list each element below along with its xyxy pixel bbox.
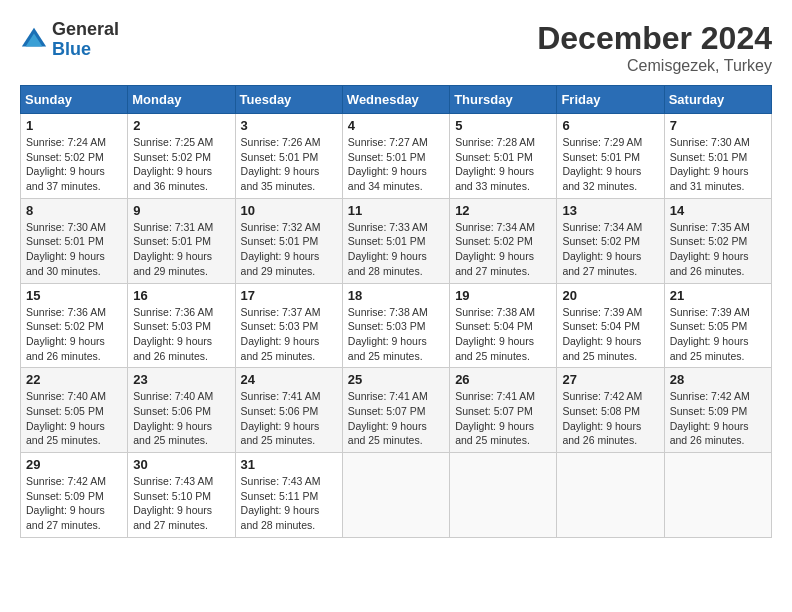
daylight-label: Daylight: 9 hours and 36 minutes. xyxy=(133,165,212,192)
weekday-tuesday: Tuesday xyxy=(235,86,342,114)
sunset-label: Sunset: 5:05 PM xyxy=(670,320,748,332)
sunset-label: Sunset: 5:01 PM xyxy=(670,151,748,163)
sunrise-label: Sunrise: 7:31 AM xyxy=(133,221,213,233)
sunrise-label: Sunrise: 7:42 AM xyxy=(670,390,750,402)
daylight-label: Daylight: 9 hours and 25 minutes. xyxy=(348,420,427,447)
day-number: 5 xyxy=(455,118,551,133)
calendar-cell: 14 Sunrise: 7:35 AM Sunset: 5:02 PM Dayl… xyxy=(664,198,771,283)
sunset-label: Sunset: 5:05 PM xyxy=(26,405,104,417)
calendar-cell: 16 Sunrise: 7:36 AM Sunset: 5:03 PM Dayl… xyxy=(128,283,235,368)
calendar-cell: 23 Sunrise: 7:40 AM Sunset: 5:06 PM Dayl… xyxy=(128,368,235,453)
day-number: 31 xyxy=(241,457,337,472)
calendar-cell: 21 Sunrise: 7:39 AM Sunset: 5:05 PM Dayl… xyxy=(664,283,771,368)
day-info: Sunrise: 7:31 AM Sunset: 5:01 PM Dayligh… xyxy=(133,220,229,279)
title-block: December 2024 Cemisgezek, Turkey xyxy=(537,20,772,75)
sunrise-label: Sunrise: 7:38 AM xyxy=(348,306,428,318)
sunrise-label: Sunrise: 7:27 AM xyxy=(348,136,428,148)
calendar-cell: 12 Sunrise: 7:34 AM Sunset: 5:02 PM Dayl… xyxy=(450,198,557,283)
sunrise-label: Sunrise: 7:43 AM xyxy=(241,475,321,487)
day-info: Sunrise: 7:29 AM Sunset: 5:01 PM Dayligh… xyxy=(562,135,658,194)
day-number: 20 xyxy=(562,288,658,303)
day-number: 17 xyxy=(241,288,337,303)
sunset-label: Sunset: 5:04 PM xyxy=(562,320,640,332)
sunrise-label: Sunrise: 7:38 AM xyxy=(455,306,535,318)
sunset-label: Sunset: 5:06 PM xyxy=(133,405,211,417)
calendar-cell: 20 Sunrise: 7:39 AM Sunset: 5:04 PM Dayl… xyxy=(557,283,664,368)
day-number: 3 xyxy=(241,118,337,133)
day-info: Sunrise: 7:39 AM Sunset: 5:05 PM Dayligh… xyxy=(670,305,766,364)
calendar-cell: 31 Sunrise: 7:43 AM Sunset: 5:11 PM Dayl… xyxy=(235,453,342,538)
day-number: 4 xyxy=(348,118,444,133)
day-number: 13 xyxy=(562,203,658,218)
daylight-label: Daylight: 9 hours and 26 minutes. xyxy=(670,420,749,447)
day-info: Sunrise: 7:35 AM Sunset: 5:02 PM Dayligh… xyxy=(670,220,766,279)
page-header: General Blue December 2024 Cemisgezek, T… xyxy=(20,20,772,75)
logo: General Blue xyxy=(20,20,119,60)
sunrise-label: Sunrise: 7:26 AM xyxy=(241,136,321,148)
calendar-cell: 3 Sunrise: 7:26 AM Sunset: 5:01 PM Dayli… xyxy=(235,114,342,199)
sunrise-label: Sunrise: 7:36 AM xyxy=(133,306,213,318)
daylight-label: Daylight: 9 hours and 37 minutes. xyxy=(26,165,105,192)
calendar-cell: 1 Sunrise: 7:24 AM Sunset: 5:02 PM Dayli… xyxy=(21,114,128,199)
daylight-label: Daylight: 9 hours and 27 minutes. xyxy=(26,504,105,531)
sunrise-label: Sunrise: 7:28 AM xyxy=(455,136,535,148)
day-number: 18 xyxy=(348,288,444,303)
daylight-label: Daylight: 9 hours and 32 minutes. xyxy=(562,165,641,192)
day-number: 1 xyxy=(26,118,122,133)
day-number: 27 xyxy=(562,372,658,387)
daylight-label: Daylight: 9 hours and 27 minutes. xyxy=(455,250,534,277)
sunset-label: Sunset: 5:02 PM xyxy=(26,320,104,332)
day-info: Sunrise: 7:38 AM Sunset: 5:03 PM Dayligh… xyxy=(348,305,444,364)
daylight-label: Daylight: 9 hours and 29 minutes. xyxy=(241,250,320,277)
day-info: Sunrise: 7:41 AM Sunset: 5:06 PM Dayligh… xyxy=(241,389,337,448)
day-number: 19 xyxy=(455,288,551,303)
day-info: Sunrise: 7:38 AM Sunset: 5:04 PM Dayligh… xyxy=(455,305,551,364)
day-number: 16 xyxy=(133,288,229,303)
calendar-cell: 8 Sunrise: 7:30 AM Sunset: 5:01 PM Dayli… xyxy=(21,198,128,283)
sunset-label: Sunset: 5:11 PM xyxy=(241,490,319,502)
daylight-label: Daylight: 9 hours and 25 minutes. xyxy=(670,335,749,362)
day-info: Sunrise: 7:42 AM Sunset: 5:08 PM Dayligh… xyxy=(562,389,658,448)
sunset-label: Sunset: 5:03 PM xyxy=(348,320,426,332)
calendar-week-4: 22 Sunrise: 7:40 AM Sunset: 5:05 PM Dayl… xyxy=(21,368,772,453)
day-number: 22 xyxy=(26,372,122,387)
day-number: 12 xyxy=(455,203,551,218)
sunset-label: Sunset: 5:02 PM xyxy=(562,235,640,247)
calendar-cell xyxy=(450,453,557,538)
day-info: Sunrise: 7:25 AM Sunset: 5:02 PM Dayligh… xyxy=(133,135,229,194)
day-number: 14 xyxy=(670,203,766,218)
calendar-cell: 22 Sunrise: 7:40 AM Sunset: 5:05 PM Dayl… xyxy=(21,368,128,453)
day-info: Sunrise: 7:39 AM Sunset: 5:04 PM Dayligh… xyxy=(562,305,658,364)
weekday-wednesday: Wednesday xyxy=(342,86,449,114)
sunrise-label: Sunrise: 7:25 AM xyxy=(133,136,213,148)
sunrise-label: Sunrise: 7:43 AM xyxy=(133,475,213,487)
sunset-label: Sunset: 5:01 PM xyxy=(348,235,426,247)
daylight-label: Daylight: 9 hours and 27 minutes. xyxy=(562,250,641,277)
calendar-cell: 28 Sunrise: 7:42 AM Sunset: 5:09 PM Dayl… xyxy=(664,368,771,453)
calendar-cell: 4 Sunrise: 7:27 AM Sunset: 5:01 PM Dayli… xyxy=(342,114,449,199)
daylight-label: Daylight: 9 hours and 25 minutes. xyxy=(455,335,534,362)
calendar-week-5: 29 Sunrise: 7:42 AM Sunset: 5:09 PM Dayl… xyxy=(21,453,772,538)
daylight-label: Daylight: 9 hours and 25 minutes. xyxy=(241,420,320,447)
sunrise-label: Sunrise: 7:32 AM xyxy=(241,221,321,233)
day-info: Sunrise: 7:40 AM Sunset: 5:05 PM Dayligh… xyxy=(26,389,122,448)
calendar-cell: 30 Sunrise: 7:43 AM Sunset: 5:10 PM Dayl… xyxy=(128,453,235,538)
sunset-label: Sunset: 5:01 PM xyxy=(348,151,426,163)
daylight-label: Daylight: 9 hours and 25 minutes. xyxy=(562,335,641,362)
sunrise-label: Sunrise: 7:37 AM xyxy=(241,306,321,318)
day-info: Sunrise: 7:40 AM Sunset: 5:06 PM Dayligh… xyxy=(133,389,229,448)
day-number: 7 xyxy=(670,118,766,133)
sunrise-label: Sunrise: 7:35 AM xyxy=(670,221,750,233)
sunrise-label: Sunrise: 7:29 AM xyxy=(562,136,642,148)
day-number: 10 xyxy=(241,203,337,218)
calendar-cell: 19 Sunrise: 7:38 AM Sunset: 5:04 PM Dayl… xyxy=(450,283,557,368)
day-info: Sunrise: 7:41 AM Sunset: 5:07 PM Dayligh… xyxy=(348,389,444,448)
sunset-label: Sunset: 5:03 PM xyxy=(241,320,319,332)
calendar-table: SundayMondayTuesdayWednesdayThursdayFrid… xyxy=(20,85,772,538)
month-year: December 2024 xyxy=(537,20,772,57)
day-number: 30 xyxy=(133,457,229,472)
daylight-label: Daylight: 9 hours and 25 minutes. xyxy=(26,420,105,447)
day-info: Sunrise: 7:43 AM Sunset: 5:11 PM Dayligh… xyxy=(241,474,337,533)
day-number: 15 xyxy=(26,288,122,303)
sunrise-label: Sunrise: 7:41 AM xyxy=(241,390,321,402)
